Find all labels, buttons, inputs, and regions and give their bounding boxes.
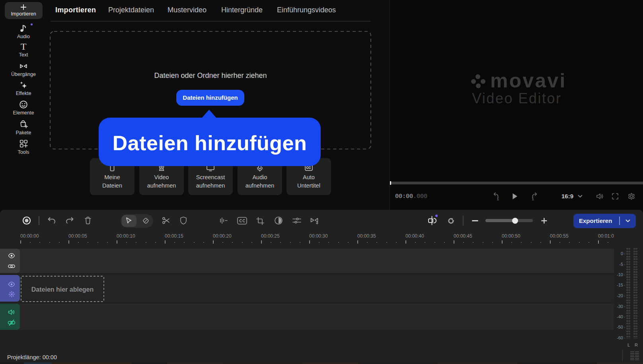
svg-text:1: 1	[532, 197, 534, 201]
svg-text:1: 1	[497, 197, 499, 201]
